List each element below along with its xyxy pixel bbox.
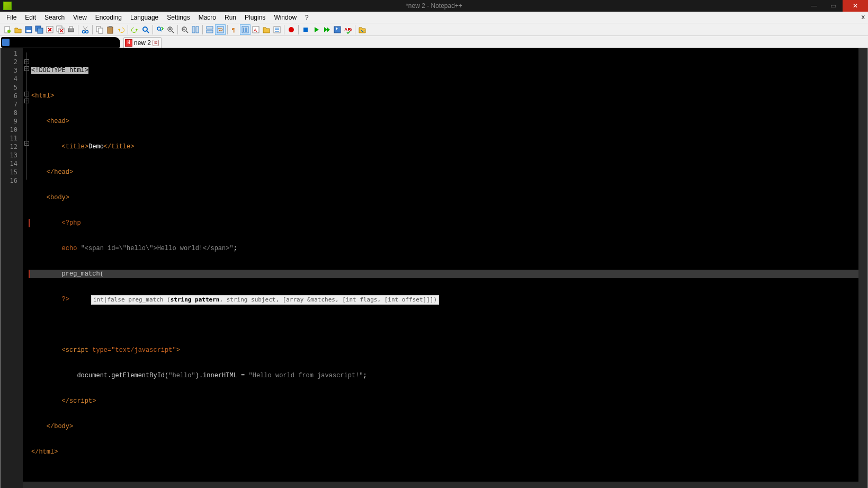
new-file-button[interactable]	[2, 24, 13, 35]
toolbar: ¶AABC	[0, 23, 868, 36]
save-macro-button[interactable]	[332, 24, 343, 35]
menu-file[interactable]: File	[2, 13, 21, 22]
zoom-in-button[interactable]	[165, 24, 176, 35]
minimize-button[interactable]: —	[804, 0, 824, 12]
wrap-button[interactable]	[215, 24, 226, 35]
redo-button[interactable]	[130, 24, 140, 35]
app-icon	[3, 2, 12, 10]
undo-icon	[117, 25, 125, 34]
open-file-button[interactable]	[13, 24, 23, 35]
line-number: 7	[1, 100, 23, 109]
sync-h-icon	[205, 25, 214, 34]
fold-marker[interactable]: −	[24, 99, 29, 103]
zoom-out-button[interactable]	[180, 24, 190, 35]
code-text: getElementById	[111, 372, 165, 379]
find-button[interactable]	[140, 24, 151, 35]
tab-redacted[interactable]	[1, 37, 120, 48]
menu-language[interactable]: Language	[126, 13, 163, 22]
fold-marker[interactable]	[23, 148, 30, 156]
code-area[interactable]: <!DOCTYPE html> <html> <head> <title>Dem…	[30, 48, 867, 488]
menu-search[interactable]: Search	[40, 13, 69, 22]
code-text: ?>	[62, 296, 69, 303]
line-number: 11	[1, 134, 23, 143]
indent	[31, 296, 62, 303]
indent	[31, 219, 62, 227]
indent	[31, 270, 62, 278]
replace-button[interactable]	[155, 24, 165, 35]
close-window-button[interactable]: ✕	[843, 0, 868, 12]
horizontal-scrollbar[interactable]	[23, 482, 858, 488]
cut-icon	[81, 25, 90, 34]
all-chars-button[interactable]: ¶	[229, 24, 240, 35]
menu-bar: File Edit Search View Encoding Language …	[0, 12, 868, 23]
code-text: "<span id=\"hello\">Hello world!</span>"	[81, 245, 234, 252]
record-button[interactable]	[286, 24, 297, 35]
menu-edit[interactable]: Edit	[21, 13, 40, 22]
print-button[interactable]	[66, 24, 76, 35]
code-text: >	[176, 347, 180, 354]
menu-settings[interactable]: Settings	[163, 13, 194, 22]
menu-help[interactable]: ?	[301, 13, 313, 22]
udl-button[interactable]: A	[250, 24, 261, 35]
menu-view[interactable]: View	[69, 13, 91, 22]
line-number: 5	[1, 83, 23, 92]
undo-button[interactable]	[115, 24, 126, 35]
play-multi-button[interactable]	[321, 24, 332, 35]
sync-v-button[interactable]	[190, 24, 201, 35]
menu-macro[interactable]: Macro	[194, 13, 220, 22]
save-all-button[interactable]	[34, 24, 44, 35]
stop-icon	[301, 25, 310, 34]
fold-marker[interactable]	[23, 105, 30, 114]
calltip-hint: int|false preg_match (string pattern, st…	[91, 295, 439, 305]
spell-button[interactable]: ABC	[343, 24, 353, 35]
doc-dir-button[interactable]	[357, 24, 368, 35]
tab-label: new 2	[134, 39, 151, 47]
function-list-icon	[273, 25, 281, 34]
copy-button[interactable]	[94, 24, 105, 35]
all-chars-icon: ¶	[230, 25, 239, 34]
sync-h-button[interactable]	[204, 24, 215, 35]
fold-marker[interactable]: −	[24, 59, 29, 64]
tab-close-button[interactable]: ⊠	[153, 40, 159, 46]
fold-marker[interactable]: −	[24, 66, 29, 71]
fold-marker[interactable]	[23, 82, 30, 90]
fold-marker[interactable]	[23, 165, 30, 173]
menu-encoding[interactable]: Encoding	[91, 13, 126, 22]
svg-text:¶: ¶	[232, 26, 235, 33]
menu-run[interactable]: Run	[220, 13, 240, 22]
close-all-button[interactable]	[55, 24, 66, 35]
folder-button[interactable]	[261, 24, 272, 35]
menu-plugins[interactable]: Plugins	[240, 13, 270, 22]
fold-marker[interactable]	[23, 114, 30, 122]
indent-guide-button[interactable]	[240, 24, 250, 35]
fold-marker[interactable]	[23, 122, 30, 131]
fold-marker[interactable]	[23, 131, 30, 139]
maximize-button[interactable]: ▭	[824, 0, 843, 12]
svg-point-1	[7, 30, 11, 33]
close-file-button[interactable]	[44, 24, 55, 35]
fold-marker[interactable]	[23, 49, 30, 58]
code-text: <title>	[62, 143, 88, 150]
close-tab-x[interactable]: x	[862, 13, 865, 21]
fold-marker[interactable]	[23, 156, 30, 165]
paste-button[interactable]	[105, 24, 115, 35]
hint-text: , string subject, [array &matches, [int …	[219, 296, 437, 303]
fold-marker[interactable]	[23, 73, 30, 82]
indent	[31, 245, 62, 252]
menu-window[interactable]: Window	[270, 13, 301, 22]
tab-active[interactable]: H new 2 ⊠	[123, 37, 162, 48]
function-list-button[interactable]	[272, 24, 282, 35]
svg-rect-32	[303, 28, 308, 32]
fold-marker[interactable]: −	[24, 92, 29, 96]
fold-marker[interactable]: −	[24, 141, 29, 146]
fold-marker[interactable]	[23, 173, 30, 182]
stop-button[interactable]	[300, 24, 311, 35]
play-button[interactable]	[311, 24, 321, 35]
cut-button[interactable]	[80, 24, 91, 35]
save-all-icon	[35, 25, 43, 34]
indent	[31, 118, 47, 125]
new-file-icon	[3, 25, 12, 34]
vertical-scrollbar[interactable]	[858, 48, 867, 488]
save-button[interactable]	[23, 24, 34, 35]
replace-icon	[156, 25, 164, 34]
